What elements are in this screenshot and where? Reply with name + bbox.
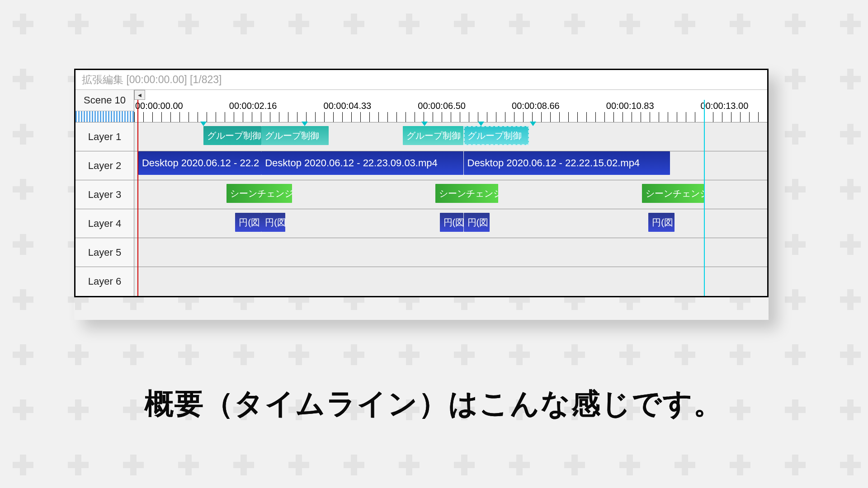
playhead[interactable] <box>137 100 138 296</box>
clip-label: シーンチェンジ <box>230 188 292 200</box>
layer-row: Layer 4円(図円(図円(図円(図円(図 <box>75 209 767 238</box>
time-label: 00:00:10.83 <box>606 101 654 111</box>
chapter-marker-icon[interactable] <box>302 122 308 126</box>
layer-track[interactable]: シーンチェンジシーンチェンジシーンチェンジ <box>134 180 767 209</box>
layer-row: Layer 1グループ制御グループ制御グループ制御グループ制御 <box>75 122 767 151</box>
clip[interactable]: 円(図 <box>261 213 285 232</box>
ruler-ticks <box>134 112 767 122</box>
layer-track[interactable] <box>134 267 767 296</box>
time-label: 00:00:08.66 <box>512 101 560 111</box>
time-label: 00:00:13.00 <box>701 101 749 111</box>
layer-row: Layer 5 <box>75 238 767 267</box>
layer-row: Layer 3シーンチェンジシーンチェンジシーンチェンジ <box>75 180 767 209</box>
clip[interactable]: グループ制御 <box>403 126 464 145</box>
clip-label: Desktop 2020.06.12 - 22.23.09.03.mp4 <box>265 157 438 169</box>
clip[interactable]: シーンチェンジ <box>642 184 704 203</box>
layer-name[interactable]: Layer 6 <box>75 267 134 296</box>
clip-label: 円(図 <box>652 216 673 229</box>
clip[interactable]: 円(図 <box>440 213 464 232</box>
time-label: 00:00:06.50 <box>418 101 466 111</box>
layer-track[interactable]: Desktop 2020.06.12 - 22.2Desktop 2020.06… <box>134 151 767 180</box>
scene-cell[interactable]: Scene 10 <box>75 90 134 122</box>
layer-name[interactable]: Layer 3 <box>75 180 134 209</box>
clip-label: 円(図 <box>265 216 285 229</box>
timeline-area: Scene 10 ◄ 00:00:00.0000:00:02.1600:00:0… <box>75 90 767 296</box>
clip-label: シーンチェンジ <box>646 188 704 200</box>
clip-label: 円(図 <box>239 216 260 229</box>
layer-name[interactable]: Layer 4 <box>75 209 134 238</box>
clip-label: Desktop 2020.06.12 - 22.22.15.02.mp4 <box>467 157 640 169</box>
layer-row: Layer 6 <box>75 267 767 296</box>
clip-label: グループ制御 <box>265 130 319 142</box>
scene-zoom-scrubber[interactable] <box>75 111 134 122</box>
layer-track[interactable] <box>134 238 767 267</box>
time-label: 00:00:00.00 <box>135 101 183 111</box>
clip[interactable]: シーンチェンジ <box>435 184 498 203</box>
layer-track[interactable]: 円(図円(図円(図円(図円(図 <box>134 209 767 238</box>
layer-name[interactable]: Layer 1 <box>75 122 134 151</box>
clip[interactable]: 円(図 <box>235 213 261 232</box>
clip-label: シーンチェンジ <box>439 188 498 200</box>
clip[interactable]: グループ制御 <box>203 126 261 145</box>
scroll-left-arrow-icon[interactable]: ◄ <box>134 90 145 100</box>
window-titlebar[interactable]: 拡張編集 [00:00:00.00] [1/823] <box>75 70 767 90</box>
clip[interactable]: グループ制御 <box>261 126 329 145</box>
clip-label: グループ制御 <box>467 130 522 142</box>
clip-label: グループ制御 <box>406 130 461 142</box>
chapter-marker-icon[interactable] <box>478 122 484 126</box>
ruler-strip[interactable]: 00:00:00.0000:00:02.1600:00:04.3300:00:0… <box>134 100 767 122</box>
clip-label: 円(図 <box>467 216 489 229</box>
layer-name[interactable]: Layer 5 <box>75 238 134 267</box>
scene-label: Scene 10 <box>75 90 134 111</box>
layer-row: Layer 2Desktop 2020.06.12 - 22.2Desktop … <box>75 151 767 180</box>
clip-label: 円(図 <box>443 216 464 229</box>
timeline-window: 拡張編集 [00:00:00.00] [1/823] Scene 10 ◄ 00… <box>74 69 769 297</box>
time-labels: 00:00:00.0000:00:02.1600:00:04.3300:00:0… <box>134 100 767 113</box>
window-title: 拡張編集 [00:00:00.00] [1/823] <box>82 73 222 87</box>
clip[interactable]: グループ制御 <box>464 126 529 145</box>
timeline-header-row: Scene 10 ◄ 00:00:00.0000:00:02.1600:00:0… <box>75 90 767 122</box>
ruler[interactable]: ◄ 00:00:00.0000:00:02.1600:00:04.3300:00… <box>134 90 767 122</box>
guide-line[interactable] <box>704 100 705 296</box>
chapter-marker-icon[interactable] <box>530 122 536 126</box>
layers-container: Layer 1グループ制御グループ制御グループ制御グループ制御Layer 2De… <box>75 122 767 296</box>
slide-caption: 概要（タイムライン）はこんな感じです。 <box>145 384 723 423</box>
clip[interactable]: Desktop 2020.06.12 - 22.2 <box>138 151 261 175</box>
time-label: 00:00:04.33 <box>324 101 372 111</box>
clip[interactable]: Desktop 2020.06.12 - 22.23.09.03.mp4 <box>261 151 463 175</box>
clip[interactable]: 円(図 <box>648 213 675 232</box>
chapter-marker-icon[interactable] <box>200 122 207 126</box>
layer-track[interactable]: グループ制御グループ制御グループ制御グループ制御 <box>134 122 767 151</box>
clip[interactable]: 円(図 <box>464 213 490 232</box>
clip-label: グループ制御 <box>207 130 261 142</box>
clip[interactable]: シーンチェンジ <box>226 184 292 203</box>
time-label: 00:00:02.16 <box>229 101 277 111</box>
chapter-marker-icon[interactable] <box>421 122 428 126</box>
layer-name[interactable]: Layer 2 <box>75 151 134 180</box>
clip-label: Desktop 2020.06.12 - 22.2 <box>142 157 259 169</box>
clip[interactable]: Desktop 2020.06.12 - 22.22.15.02.mp4 <box>464 151 670 175</box>
